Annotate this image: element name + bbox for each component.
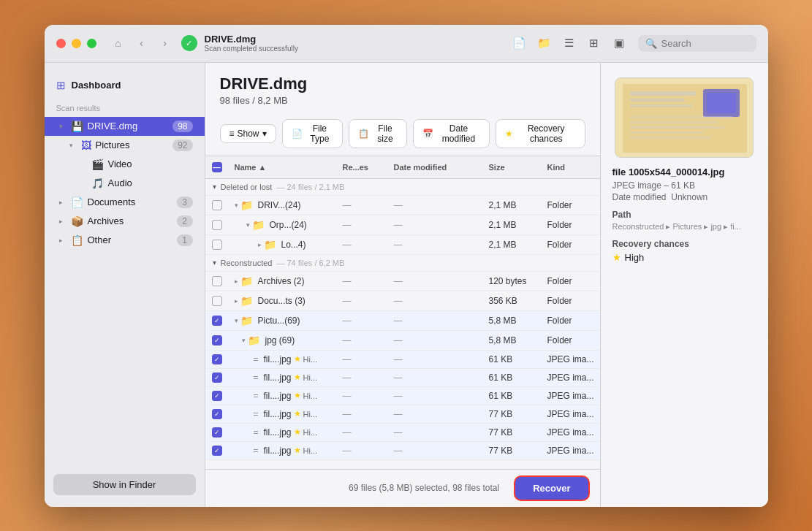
row-checkbox[interactable] bbox=[212, 276, 222, 286]
scan-results-label: Scan results bbox=[45, 101, 205, 117]
row-checkbox-cell[interactable]: ✓ bbox=[205, 442, 229, 459]
date-modified-button[interactable]: 📅 Date modified bbox=[413, 119, 490, 148]
forward-button[interactable]: › bbox=[155, 33, 175, 53]
list-view-button[interactable]: ☰ bbox=[559, 33, 580, 53]
sidebar-item-archives[interactable]: ▸ 📦 Archives 2 bbox=[45, 212, 205, 231]
grid-view-button[interactable]: ⊞ bbox=[584, 33, 604, 53]
row-expand-icon[interactable]: ▸ bbox=[235, 297, 238, 305]
folder-icon: 📁 bbox=[240, 199, 253, 211]
table-row[interactable]: ✓ = fil....jpg ★ Hi... — — 77 KB JPEG im… bbox=[205, 442, 600, 460]
th-kind[interactable]: Kind bbox=[542, 160, 600, 175]
table-row[interactable]: ▸ 📁 Lo...4) — — 2,1 MB Folder bbox=[205, 235, 600, 255]
group-expand-icon[interactable]: ▾ bbox=[213, 259, 216, 267]
file-type-icon: 📄 bbox=[292, 129, 303, 139]
select-all-checkbox[interactable]: — bbox=[212, 162, 222, 172]
file-type-button[interactable]: 📄 File Type bbox=[282, 119, 344, 148]
table-row[interactable]: ✓ = fil....jpg ★ Hi... — — 61 KB JPEG im… bbox=[205, 351, 600, 369]
close-button[interactable] bbox=[56, 39, 66, 48]
row-expand-icon[interactable]: ▾ bbox=[246, 221, 250, 229]
row-checkbox[interactable] bbox=[212, 240, 222, 250]
row-checkbox-cell[interactable]: ✓ bbox=[205, 424, 229, 441]
row-checkbox-cell[interactable]: ✓ bbox=[205, 332, 229, 349]
th-date[interactable]: Date modified bbox=[388, 160, 483, 175]
date-label: Date modified bbox=[612, 192, 667, 202]
row-name-cell: = fil....jpg ★ Hi... bbox=[229, 424, 337, 441]
th-reuses[interactable]: Re...es bbox=[337, 160, 388, 175]
group-expand-icon[interactable]: ▾ bbox=[213, 183, 216, 191]
row-expand-icon[interactable]: ▾ bbox=[235, 202, 238, 209]
folder-view-button[interactable]: 📁 bbox=[534, 33, 555, 53]
row-reuses: — bbox=[337, 292, 388, 310]
home-button[interactable]: ⌂ bbox=[108, 33, 129, 53]
row-size: 120 bytes bbox=[483, 272, 542, 290]
table-row[interactable]: ▾ 📁 Orp...(24) — — 2,1 MB Folder bbox=[205, 215, 600, 235]
row-checkbox[interactable]: ✓ bbox=[212, 446, 222, 456]
folder-icon: 📁 bbox=[248, 335, 260, 346]
row-expand-icon[interactable]: ▾ bbox=[242, 337, 246, 344]
row-checkbox-cell[interactable] bbox=[205, 216, 229, 234]
panel-view-button[interactable]: ▣ bbox=[609, 33, 629, 53]
th-name[interactable]: Name ▲ bbox=[229, 160, 337, 175]
show-in-finder-button[interactable]: Show in Finder bbox=[53, 474, 196, 495]
table-row[interactable]: ✓ = fil....jpg ★ Hi... — — 77 KB JPEG im… bbox=[205, 405, 600, 424]
table-row[interactable]: ✓ ▾ 📁 jpg (69) — — 5,8 MB Folder bbox=[205, 331, 600, 351]
row-checkbox[interactable]: ✓ bbox=[212, 354, 222, 364]
row-checkbox-cell[interactable]: ✓ bbox=[205, 387, 229, 405]
sidebar-item-other[interactable]: ▸ 📋 Other 1 bbox=[45, 231, 205, 250]
table-row[interactable]: ▸ 📁 Archives (2) — — 120 bytes Folder bbox=[205, 272, 600, 291]
row-checkbox-cell[interactable]: ✓ bbox=[205, 351, 229, 368]
table-row[interactable]: ✓ ▾ 📁 Pictu...(69) — — 5,8 MB Folder bbox=[205, 311, 600, 331]
sidebar-item-audio[interactable]: ▸ 🎵 Audio bbox=[65, 174, 205, 193]
row-checkbox[interactable]: ✓ bbox=[212, 391, 222, 401]
row-size: 77 KB bbox=[483, 424, 542, 441]
sidebar-dashboard[interactable]: ⊞ Dashboard bbox=[45, 75, 205, 101]
search-input[interactable] bbox=[661, 38, 749, 49]
sidebar-item-video[interactable]: ▸ 🎬 Video bbox=[65, 155, 205, 174]
show-filter-button[interactable]: ≡ Show ▾ bbox=[220, 124, 276, 143]
row-checkbox-cell[interactable]: ✓ bbox=[205, 369, 229, 386]
recover-button[interactable]: Recover bbox=[515, 477, 588, 500]
th-size[interactable]: Size bbox=[483, 160, 542, 175]
minimize-button[interactable] bbox=[72, 39, 81, 48]
maximize-button[interactable] bbox=[87, 39, 96, 48]
row-checkbox-cell[interactable]: ✓ bbox=[205, 312, 229, 329]
row-checkbox-cell[interactable] bbox=[205, 196, 229, 214]
row-checkbox[interactable]: ✓ bbox=[212, 373, 222, 383]
file-view-button[interactable]: 📄 bbox=[509, 33, 530, 53]
row-checkbox[interactable]: ✓ bbox=[212, 316, 222, 326]
folder-icon: 📁 bbox=[264, 239, 276, 251]
row-checkbox-cell[interactable] bbox=[205, 272, 229, 290]
table-row[interactable]: ✓ = fil....jpg ★ Hi... — — 77 KB JPEG im… bbox=[205, 424, 600, 442]
row-expand-icon[interactable]: ▸ bbox=[258, 241, 262, 248]
row-checkbox[interactable] bbox=[212, 220, 222, 230]
row-expand-icon[interactable]: ▾ bbox=[235, 317, 238, 324]
sidebar-item-documents[interactable]: ▸ 📄 Documents 3 bbox=[45, 193, 205, 212]
row-checkbox[interactable]: ✓ bbox=[212, 335, 222, 345]
table-row[interactable]: ▸ 📁 Docu...ts (3) — — 356 KB Folder bbox=[205, 291, 600, 311]
table-row[interactable]: ▾ 📁 DRIV...(24) — — 2,1 MB Folder bbox=[205, 196, 600, 215]
row-checkbox[interactable] bbox=[212, 296, 222, 306]
svg-rect-11 bbox=[630, 137, 710, 139]
star-icon: ★ bbox=[294, 354, 301, 364]
sidebar-item-drive[interactable]: ▾ 💾 DRIVE.dmg 98 bbox=[45, 117, 205, 136]
star-icon: ★ bbox=[294, 427, 301, 437]
search-bar[interactable]: 🔍 bbox=[638, 35, 756, 52]
row-date: — bbox=[388, 312, 483, 329]
date-value: Unknown bbox=[671, 192, 707, 202]
row-checkbox[interactable]: ✓ bbox=[212, 427, 222, 438]
row-checkbox-cell[interactable] bbox=[205, 292, 229, 310]
row-name-cell: = fil....jpg ★ Hi... bbox=[229, 405, 337, 423]
row-checkbox-cell[interactable]: ✓ bbox=[205, 405, 229, 423]
table-area[interactable]: — Name ▲ Re...es Date modified Size bbox=[205, 156, 600, 469]
show-icon: ≡ bbox=[229, 129, 235, 139]
table-row[interactable]: ✓ = fil....jpg ★ Hi... — — 61 KB JPEG im… bbox=[205, 387, 600, 405]
row-checkbox[interactable]: ✓ bbox=[212, 409, 222, 419]
file-size-button[interactable]: 📋 File size bbox=[349, 119, 407, 148]
back-button[interactable]: ‹ bbox=[132, 33, 152, 53]
row-checkbox[interactable] bbox=[212, 200, 222, 210]
row-expand-icon[interactable]: ▸ bbox=[235, 278, 238, 285]
row-checkbox-cell[interactable] bbox=[205, 236, 229, 253]
sidebar-item-pictures[interactable]: ▾ 🖼 Pictures 92 bbox=[55, 136, 205, 155]
recovery-chances-button[interactable]: ★ Recovery chances bbox=[496, 119, 585, 148]
table-row[interactable]: ✓ = fil....jpg ★ Hi... — — 61 KB JPEG im… bbox=[205, 369, 600, 387]
